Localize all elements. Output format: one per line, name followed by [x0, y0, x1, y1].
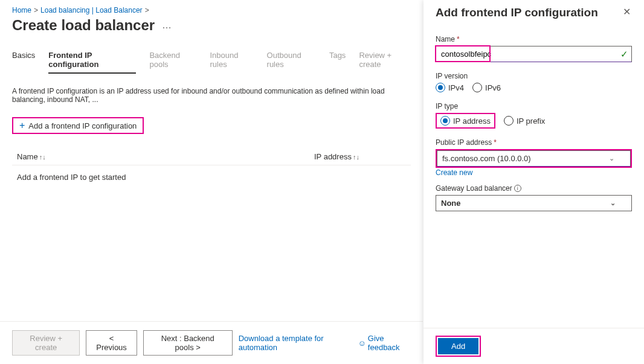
column-header-ipaddress[interactable]: IP address ↑↓ — [314, 152, 359, 161]
breadcrumb-home[interactable]: Home — [12, 6, 31, 14]
gateway-lb-value: None — [441, 199, 461, 208]
radio-ipv4[interactable]: IPv4 — [436, 83, 464, 92]
plus-icon: + — [19, 121, 25, 130]
public-ip-label: Public IP address* — [436, 138, 632, 147]
gateway-lb-select[interactable]: None ⌄ — [436, 195, 632, 211]
column-header-ipaddress-label: IP address — [314, 152, 352, 161]
highlight-box: fs.contoso.com (10.0.0.0) ⌄ — [436, 149, 632, 168]
frontend-ip-table: Name ↑↓ IP address ↑↓ Add a frontend IP … — [12, 148, 411, 189]
give-feedback-link[interactable]: ☺ Give feedback — [358, 334, 411, 352]
tab-tags[interactable]: Tags — [329, 51, 346, 74]
column-header-name-label: Name — [17, 152, 38, 161]
radio-ip-prefix-label: IP prefix — [517, 117, 545, 126]
column-header-name[interactable]: Name ↑↓ — [12, 152, 314, 161]
radio-ipv6[interactable]: IPv6 — [472, 83, 501, 92]
page-title: Create load balancer — [12, 17, 155, 34]
add-frontend-ip-panel: Add frontend IP configuration ✕ Name* ✓ … — [423, 0, 644, 364]
chevron-right-icon: > — [145, 6, 149, 14]
radio-ipv4-label: IPv4 — [448, 83, 464, 92]
close-icon[interactable]: ✕ — [622, 6, 632, 18]
create-new-link[interactable]: Create new — [436, 168, 472, 177]
download-template-link[interactable]: Download a template for automation — [239, 334, 350, 352]
public-ip-value: fs.contoso.com (10.0.0.0) — [442, 154, 531, 163]
radio-ip-prefix[interactable]: IP prefix — [504, 116, 545, 126]
more-actions-icon[interactable]: … — [159, 20, 174, 31]
radio-circle-icon — [440, 116, 450, 126]
feedback-icon: ☺ — [358, 339, 366, 348]
radio-ipv6-label: IPv6 — [485, 83, 501, 92]
radio-circle-icon — [504, 116, 514, 126]
highlight-box: IP address — [436, 113, 495, 129]
sort-icon: ↑↓ — [39, 153, 46, 161]
tabs: Basics Frontend IP configuration Backend… — [12, 51, 411, 74]
tab-basics[interactable]: Basics — [12, 51, 35, 74]
add-frontend-ip-button[interactable]: + Add a frontend IP configuration — [12, 117, 144, 134]
description-text: A frontend IP configuration is an IP add… — [12, 87, 411, 104]
add-button[interactable]: Add — [438, 338, 478, 354]
tab-outbound-rules[interactable]: Outbound rules — [267, 51, 316, 74]
tab-frontend-ip[interactable]: Frontend IP configuration — [48, 51, 136, 74]
info-icon[interactable]: i — [514, 185, 521, 192]
required-asterisk: * — [457, 35, 460, 43]
tab-review-create[interactable]: Review + create — [359, 51, 411, 74]
gateway-lb-label: Gateway Load balancer i — [436, 184, 632, 193]
radio-ip-address[interactable]: IP address — [440, 116, 491, 126]
chevron-down-icon: ⌄ — [610, 199, 616, 207]
radio-circle-icon — [472, 83, 482, 92]
required-asterisk: * — [494, 138, 497, 147]
add-frontend-ip-label: Add a frontend IP configuration — [28, 121, 137, 130]
review-create-button: Review + create — [12, 330, 80, 356]
sort-icon: ↑↓ — [353, 153, 359, 161]
previous-button[interactable]: < Previous — [86, 330, 137, 356]
name-input[interactable] — [436, 46, 632, 62]
ip-type-label: IP type — [436, 102, 632, 110]
give-feedback-label: Give feedback — [368, 334, 411, 352]
tab-backend-pools[interactable]: Backend pools — [149, 51, 196, 74]
checkmark-icon: ✓ — [620, 49, 628, 60]
page-footer: Review + create < Previous Next : Backen… — [0, 321, 423, 364]
highlight-box: Add — [436, 336, 481, 357]
next-button[interactable]: Next : Backend pools > — [143, 330, 233, 356]
ip-version-label: IP version — [436, 72, 632, 80]
breadcrumb: Home > Load balancing | Load Balancer > — [12, 6, 411, 14]
tab-inbound-rules[interactable]: Inbound rules — [210, 51, 253, 74]
breadcrumb-loadbalancing[interactable]: Load balancing | Load Balancer — [40, 6, 143, 14]
public-ip-select[interactable]: fs.contoso.com (10.0.0.0) ⌄ — [437, 150, 631, 167]
name-label: Name* — [436, 35, 632, 43]
chevron-right-icon: > — [34, 6, 38, 14]
radio-circle-icon — [436, 83, 445, 92]
table-empty-row: Add a frontend IP to get started — [12, 165, 411, 189]
chevron-down-icon: ⌄ — [609, 155, 614, 162]
panel-title: Add frontend IP configuration — [436, 6, 598, 19]
radio-ip-address-label: IP address — [453, 117, 491, 126]
